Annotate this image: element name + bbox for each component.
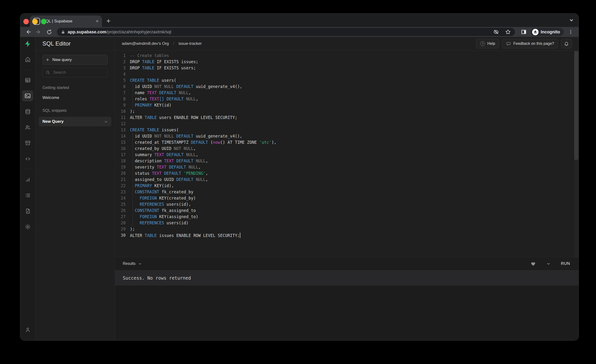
feedback-button[interactable]: Feedback on this page? [502, 39, 558, 48]
close-window-button[interactable] [23, 19, 29, 24]
notifications-button[interactable] [561, 39, 572, 48]
docs-icon[interactable] [22, 206, 33, 216]
logs-icon[interactable] [22, 190, 33, 201]
breadcrumb: adam@windmill.dev's Org / issue-tracker [122, 41, 202, 46]
edge-functions-icon[interactable] [22, 153, 33, 164]
browser-menu-kebab-icon[interactable] [566, 27, 575, 37]
code-line[interactable]: 7 name TEXT DEFAULT NULL, [115, 90, 579, 96]
table-editor-icon[interactable] [22, 74, 33, 86]
breadcrumb-project[interactable]: issue-tracker [179, 41, 202, 46]
breadcrumb-org[interactable]: adam@windmill.dev's Org [122, 41, 169, 46]
code-line[interactable]: 29); [115, 226, 579, 232]
code-line[interactable]: 5CREATE TABLE users( [115, 77, 579, 83]
chevron-down-icon [104, 120, 108, 124]
code-line[interactable]: 21 assigned_to UUID DEFAULT NULL, [115, 176, 579, 183]
code-line[interactable]: 8 roles TEXT[] DEFAULT NULL, [115, 96, 579, 102]
line-number: 24 [115, 196, 126, 201]
code-line[interactable]: 15 created_at TIMESTAMPTZ DEFAULT (now()… [115, 139, 579, 145]
home-icon[interactable] [22, 54, 33, 65]
url-text: app.supabase.com/project/azahtnhqohyjerz… [68, 30, 171, 35]
settings-gear-icon[interactable] [22, 221, 33, 232]
code-line[interactable]: 18 description TEXT DEFAULT NULL, [115, 158, 579, 164]
reports-icon[interactable] [22, 174, 33, 185]
bookmark-star-icon[interactable] [505, 29, 511, 35]
tab-search-chevron-icon[interactable] [569, 18, 574, 22]
code-line[interactable]: 4 [115, 71, 579, 77]
line-content: status TEXT DEFAULT 'PENDING', [130, 171, 208, 176]
code-line[interactable]: 12 [115, 121, 579, 127]
line-number: 12 [115, 121, 126, 126]
zoom-window-button[interactable] [41, 19, 46, 24]
code-line[interactable]: 14 id UUID NOT NULL DEFAULT uuid_generat… [115, 133, 579, 139]
code-line[interactable]: 23 CONSTRAINT fk_created_by [115, 189, 579, 195]
reload-button[interactable] [45, 27, 54, 37]
code-line[interactable]: 10); [115, 108, 579, 114]
code-line[interactable]: 20 status TEXT DEFAULT 'PENDING', [115, 170, 579, 176]
back-button[interactable] [24, 27, 33, 37]
run-options-chevron-icon[interactable] [546, 262, 551, 266]
code-line[interactable]: 17 summary TEXT DEFAULT NULL, [115, 152, 579, 158]
section-label-sql-snippets: SQL snippets [42, 108, 108, 113]
code-line[interactable]: 25 REFERENCES users(id), [115, 201, 579, 207]
help-button[interactable]: ? Help [476, 39, 499, 48]
database-icon[interactable] [22, 106, 33, 117]
line-content: -- Create tables [130, 53, 169, 58]
text-cursor [240, 233, 240, 238]
code-line[interactable]: 19 severity TEXT DEFAULT NULL, [115, 164, 579, 170]
code-line[interactable]: 27 FOREIGN KEY(assigned_to) [115, 214, 579, 220]
eye-off-icon[interactable] [493, 29, 499, 35]
editor-scrollbar[interactable] [574, 51, 579, 257]
code-line[interactable]: 13CREATE TABLE issues( [115, 127, 579, 133]
line-content: severity TEXT DEFAULT NULL, [130, 165, 201, 170]
code-line[interactable]: 2DROP TABLE IF EXISTS issues; [115, 59, 579, 65]
minimize-window-button[interactable] [32, 19, 38, 24]
line-number: 2 [115, 59, 126, 64]
line-content: PRIMARY KEY(id), [130, 183, 174, 188]
code-line[interactable]: 22 PRIMARY KEY(id), [115, 183, 579, 189]
code-line[interactable]: 16 created_by UUID NOT NULL, [115, 145, 579, 152]
plus-icon: + [46, 57, 49, 63]
sql-code-editor[interactable]: 1-- Create tables2DROP TABLE IF EXISTS i… [115, 51, 579, 257]
search-icon [45, 70, 50, 75]
line-content: DROP TABLE IF EXISTS issues; [130, 59, 198, 64]
line-content: ); [130, 109, 135, 114]
address-bar[interactable]: app.supabase.com/project/azahtnhqohyjerz… [57, 28, 515, 36]
new-tab-button[interactable]: + [106, 17, 111, 25]
code-line[interactable]: 28 REFERENCES users(id) [115, 220, 579, 226]
line-content: FOREIGN KEY(created_by) [130, 196, 196, 201]
code-line[interactable]: 30ALTER TABLE issues ENABLE ROW LEVEL SE… [115, 232, 579, 238]
auth-users-icon[interactable] [22, 122, 33, 133]
utility-bar: Results RUN [115, 257, 579, 270]
run-button[interactable]: RUN [561, 261, 570, 266]
code-line[interactable]: 6 id UUID NOT NULL DEFAULT uuid_generate… [115, 83, 579, 90]
browser-window: SQL | Supabase × + app.supabase.com/proj… [20, 14, 579, 340]
forward-button[interactable] [34, 27, 43, 37]
account-icon[interactable] [22, 324, 33, 335]
search-box[interactable] [42, 68, 108, 77]
new-query-button[interactable]: + New query [42, 55, 108, 65]
editor-scrollbar-thumb[interactable] [574, 51, 578, 160]
storage-icon[interactable] [22, 138, 33, 149]
code-line[interactable]: 24 FOREIGN KEY(created_by) [115, 195, 579, 201]
side-panel-icon[interactable] [519, 27, 528, 37]
supabase-logo[interactable] [20, 37, 35, 51]
line-number: 27 [115, 214, 126, 219]
code-line[interactable]: 11ALTER TABLE users ENABLE ROW LEVEL SEC… [115, 114, 579, 121]
sidebar-item-new-query[interactable]: New Query [39, 117, 111, 126]
results-dropdown[interactable]: Results [123, 261, 142, 266]
line-number: 25 [115, 202, 126, 207]
tab-close-icon[interactable]: × [96, 19, 99, 24]
line-content: CONSTRAINT fk_assigned_to [130, 208, 196, 213]
favorite-heart-icon[interactable] [530, 261, 536, 267]
browser-toolbar: app.supabase.com/project/azahtnhqohyjerz… [20, 27, 579, 37]
code-line[interactable]: 3DROP TABLE IF EXISTS users; [115, 65, 579, 71]
search-input[interactable] [53, 70, 101, 75]
bell-icon [564, 41, 569, 46]
sidebar-item-welcome[interactable]: Welcome [42, 95, 108, 100]
chat-bubble-icon [506, 41, 511, 46]
sql-editor-icon[interactable] [22, 90, 33, 101]
code-line[interactable]: 26 CONSTRAINT fk_assigned_to [115, 207, 579, 214]
code-line[interactable]: 1-- Create tables [115, 52, 579, 59]
indent-guide [133, 133, 133, 226]
code-line[interactable]: 9 PRIMARY KEY(id) [115, 102, 579, 108]
